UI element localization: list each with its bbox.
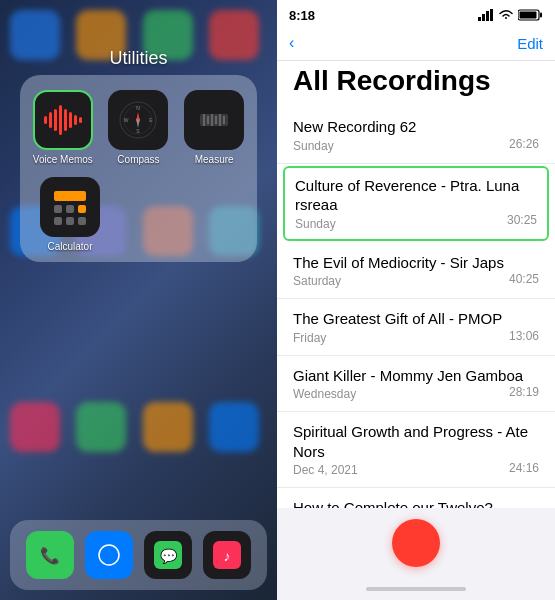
recordings-panel: 8:18 ‹ Edit All Recordings <box>277 0 555 600</box>
folder-title: Utilities <box>0 48 277 69</box>
svg-rect-18 <box>54 205 62 213</box>
dock-phone-icon[interactable]: 📞 <box>26 531 74 579</box>
recording-title-2: The Evil of Mediocrity - Sir Japs <box>293 253 539 273</box>
recording-item-5[interactable]: Spiritual Growth and Progress - Ate Nors… <box>277 412 555 488</box>
calculator-svg <box>46 183 94 231</box>
svg-rect-17 <box>54 191 86 201</box>
voice-memos-app[interactable]: Voice Memos <box>30 90 96 165</box>
compass-svg: N S W E <box>118 100 158 140</box>
svg-rect-32 <box>478 17 481 21</box>
svg-rect-21 <box>54 217 62 225</box>
svg-text:📞: 📞 <box>40 546 60 565</box>
recording-item-2[interactable]: The Evil of Mediocrity - Sir Japs Saturd… <box>277 243 555 300</box>
status-time: 8:18 <box>289 8 315 23</box>
recording-duration-1: 30:25 <box>507 213 537 227</box>
recording-title-5: Spiritual Growth and Progress - Ate Nors <box>293 422 539 461</box>
page-title-area: All Recordings <box>277 61 555 107</box>
recording-meta-4: Wednesday <box>293 387 539 401</box>
home-indicator <box>277 578 555 600</box>
recording-meta-1: Sunday <box>295 217 537 231</box>
recording-title-6: How to Complete our Twelve? - Daddy Bar. <box>293 498 539 508</box>
compass-icon[interactable]: N S W E <box>108 90 168 150</box>
recording-day-5: Dec 4, 2021 <box>293 463 358 477</box>
folder-grid: Voice Memos N S W E Compass <box>30 90 247 165</box>
recordings-list[interactable]: New Recording 62 Sunday 26:26 Culture of… <box>277 107 555 508</box>
recording-meta-5: Dec 4, 2021 <box>293 463 539 477</box>
recording-day-4: Wednesday <box>293 387 356 401</box>
recording-duration-0: 26:26 <box>509 137 539 151</box>
nav-bar: ‹ Edit <box>277 30 555 61</box>
svg-text:N: N <box>137 105 141 111</box>
record-button-inner <box>406 533 426 553</box>
svg-rect-20 <box>78 205 86 213</box>
signal-icon <box>478 9 494 21</box>
svg-rect-34 <box>486 11 489 21</box>
voice-wave <box>44 105 82 135</box>
recording-duration-4: 28:19 <box>509 385 539 399</box>
dock-messages-icon[interactable]: 💬 <box>144 531 192 579</box>
recording-meta-3: Friday <box>293 331 539 345</box>
recording-item-6[interactable]: How to Complete our Twelve? - Daddy Bar.… <box>277 488 555 508</box>
svg-rect-23 <box>78 217 86 225</box>
recording-day-1: Sunday <box>295 217 336 231</box>
dock-safari-icon[interactable] <box>85 531 133 579</box>
svg-rect-35 <box>490 9 493 21</box>
record-button-area <box>277 508 555 578</box>
recording-duration-3: 13:06 <box>509 329 539 343</box>
measure-svg <box>194 100 234 140</box>
compass-label: Compass <box>117 154 159 165</box>
recording-title-3: The Greatest Gift of All - PMOP <box>293 309 539 329</box>
utilities-folder[interactable]: Voice Memos N S W E Compass <box>20 75 257 262</box>
recording-item-1[interactable]: Culture of Reverence - Ptra. Luna rsreaa… <box>283 166 549 241</box>
record-button[interactable] <box>392 519 440 567</box>
svg-text:W: W <box>124 117 129 123</box>
recording-day-2: Saturday <box>293 274 341 288</box>
folder-row2: Calculator <box>30 177 247 252</box>
measure-icon[interactable] <box>184 90 244 150</box>
recording-title-0: New Recording 62 <box>293 117 539 137</box>
recording-item-4[interactable]: Giant Killer - Mommy Jen Gamboa Wednesda… <box>277 356 555 413</box>
dock-music-icon[interactable]: ♪ <box>203 531 251 579</box>
svg-rect-38 <box>520 12 537 19</box>
status-icons <box>478 9 543 21</box>
svg-text:♪: ♪ <box>224 548 231 564</box>
wifi-icon <box>498 9 514 21</box>
voice-memos-icon[interactable] <box>33 90 93 150</box>
recording-duration-2: 40:25 <box>509 272 539 286</box>
measure-app[interactable]: Measure <box>181 90 247 165</box>
recording-day-3: Friday <box>293 331 326 345</box>
svg-rect-37 <box>540 13 542 18</box>
bottom-dock: 📞 💬 ♪ <box>10 520 267 590</box>
svg-rect-33 <box>482 14 485 21</box>
edit-button[interactable]: Edit <box>517 35 543 52</box>
home-screen: Utilities Voice Memos <box>0 0 277 600</box>
voice-memos-label: Voice Memos <box>33 154 93 165</box>
recording-item-0[interactable]: New Recording 62 Sunday 26:26 <box>277 107 555 164</box>
recording-title-4: Giant Killer - Mommy Jen Gamboa <box>293 366 539 386</box>
calculator-icon[interactable] <box>40 177 100 237</box>
recording-duration-5: 24:16 <box>509 461 539 475</box>
battery-icon <box>518 9 543 21</box>
recording-item-3[interactable]: The Greatest Gift of All - PMOP Friday 1… <box>277 299 555 356</box>
calculator-label: Calculator <box>47 241 92 252</box>
svg-rect-19 <box>66 205 74 213</box>
recording-day-0: Sunday <box>293 139 334 153</box>
recording-meta-2: Saturday <box>293 274 539 288</box>
recording-title-1: Culture of Reverence - Ptra. Luna rsreaa <box>295 176 537 215</box>
calculator-app[interactable]: Calculator <box>40 177 100 252</box>
back-button[interactable]: ‹ <box>289 34 294 52</box>
status-bar: 8:18 <box>277 0 555 30</box>
measure-label: Measure <box>195 154 234 165</box>
svg-rect-22 <box>66 217 74 225</box>
svg-text:💬: 💬 <box>160 548 178 565</box>
page-title: All Recordings <box>293 65 539 97</box>
home-bar <box>366 587 466 591</box>
compass-app[interactable]: N S W E Compass <box>106 90 172 165</box>
recording-meta-0: Sunday <box>293 139 539 153</box>
